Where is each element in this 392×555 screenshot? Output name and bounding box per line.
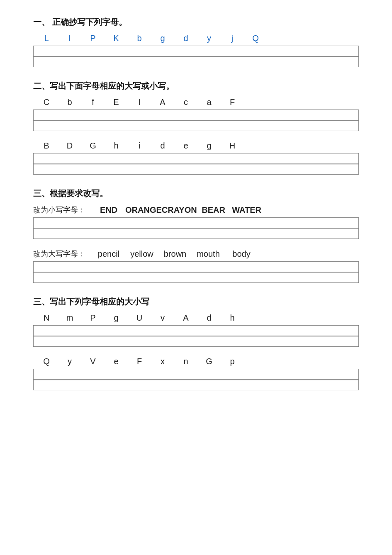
letter-H: H bbox=[221, 141, 244, 151]
section-4-sub-2: Q y V e F x n G p bbox=[33, 357, 359, 390]
word-WATER: WATER bbox=[230, 205, 263, 215]
letter-i: i bbox=[128, 141, 151, 151]
word-mouth: mouth bbox=[192, 249, 225, 259]
letter-K: K bbox=[105, 34, 128, 43]
label-row-lowercase: 改为小写字母： END ORANGE CRAYON BEAR WATER bbox=[33, 205, 359, 215]
letter-row-2-1: C b f E l A c a F bbox=[33, 97, 359, 107]
word-CRAYON: CRAYON bbox=[162, 205, 197, 215]
letter-y2: y bbox=[58, 357, 81, 366]
letter-Q2: Q bbox=[35, 357, 58, 366]
letter-a: a bbox=[197, 97, 221, 107]
section-3-sub-1: 改为小写字母： END ORANGE CRAYON BEAR WATER bbox=[33, 205, 359, 239]
word-ORANGE: ORANGE bbox=[125, 205, 162, 215]
letter-l: l bbox=[58, 34, 81, 43]
letter-c: c bbox=[174, 97, 197, 107]
letter-p: p bbox=[221, 357, 244, 366]
writing-lines-3-2[interactable] bbox=[33, 261, 359, 283]
writing-lines-3-1[interactable] bbox=[33, 217, 359, 239]
letter-d: d bbox=[151, 141, 174, 151]
letter-l2: l bbox=[128, 97, 151, 107]
letter-A: A bbox=[151, 97, 174, 107]
writing-lines-2-2[interactable] bbox=[33, 153, 359, 175]
letter-d: d bbox=[174, 34, 197, 43]
letter-g: g bbox=[151, 34, 174, 43]
page-container: 一、 正确抄写下列字母。 L l P K b g d y j Q 二、写出下面字… bbox=[33, 17, 359, 390]
section-4: 三、写出下列字母相应的大小写 N m P g U v A d h Q y V e bbox=[33, 296, 359, 390]
letter-n: n bbox=[174, 357, 197, 366]
letter-A2: A bbox=[174, 313, 197, 323]
section-3-sub-2: 改为大写字母： pencil yellow brown mouth body bbox=[33, 249, 359, 283]
letter-e: e bbox=[174, 141, 197, 151]
letter-b: b bbox=[128, 34, 151, 43]
section-2-sub-2: B D G h i d e g H bbox=[33, 141, 359, 175]
letter-B: B bbox=[35, 141, 58, 151]
letter-d2: d bbox=[197, 313, 221, 323]
word-END: END bbox=[92, 205, 125, 215]
letter-U: U bbox=[128, 313, 151, 323]
letter-D: D bbox=[58, 141, 81, 151]
letter-f: f bbox=[81, 97, 105, 107]
letter-F: F bbox=[221, 97, 244, 107]
letter-v: v bbox=[151, 313, 174, 323]
label-lowercase: 改为小写字母： bbox=[33, 205, 85, 215]
writing-lines-4-2[interactable] bbox=[33, 369, 359, 390]
letter-P: P bbox=[81, 34, 105, 43]
letter-G2: G bbox=[197, 357, 221, 366]
label-uppercase: 改为大写字母： bbox=[33, 249, 85, 259]
section-2: 二、写出下面字母相应的大写或小写。 C b f E l A c a F B D … bbox=[33, 80, 359, 175]
letter-row-4-2: Q y V e F x n G p bbox=[33, 357, 359, 366]
label-row-uppercase: 改为大写字母： pencil yellow brown mouth body bbox=[33, 249, 359, 259]
letter-row-4-1: N m P g U v A d h bbox=[33, 313, 359, 323]
letter-row-1: L l P K b g d y j Q bbox=[33, 34, 359, 43]
word-body: body bbox=[225, 249, 258, 259]
section-1: 一、 正确抄写下列字母。 L l P K b g d y j Q bbox=[33, 17, 359, 67]
letter-V: V bbox=[81, 357, 105, 366]
writing-lines-2-1[interactable] bbox=[33, 110, 359, 131]
letter-g2: g bbox=[197, 141, 221, 151]
letter-m: m bbox=[58, 313, 81, 323]
letter-G: G bbox=[81, 141, 105, 151]
letter-j: j bbox=[221, 34, 244, 43]
section-2-sub-1: C b f E l A c a F bbox=[33, 97, 359, 131]
letter-N: N bbox=[35, 313, 58, 323]
letter-b2: b bbox=[58, 97, 81, 107]
section-3: 三、根据要求改写。 改为小写字母： END ORANGE CRAYON BEAR… bbox=[33, 188, 359, 283]
letter-x: x bbox=[151, 357, 174, 366]
letter-h2: h bbox=[221, 313, 244, 323]
letter-y: y bbox=[197, 34, 221, 43]
letter-C: C bbox=[35, 97, 58, 107]
section-1-title: 一、 正确抄写下列字母。 bbox=[33, 17, 359, 28]
word-pencil: pencil bbox=[92, 249, 125, 259]
section-1-sub-1: L l P K b g d y j Q bbox=[33, 34, 359, 67]
letter-P2: P bbox=[81, 313, 105, 323]
word-yellow: yellow bbox=[125, 249, 158, 259]
letter-E: E bbox=[105, 97, 128, 107]
letter-e2: e bbox=[105, 357, 128, 366]
word-brown: brown bbox=[158, 249, 192, 259]
letter-F2: F bbox=[128, 357, 151, 366]
writing-lines-4-1[interactable] bbox=[33, 325, 359, 347]
letter-L: L bbox=[35, 34, 58, 43]
section-4-sub-1: N m P g U v A d h bbox=[33, 313, 359, 347]
letter-g3: g bbox=[105, 313, 128, 323]
letter-h: h bbox=[105, 141, 128, 151]
letter-Q: Q bbox=[244, 34, 267, 43]
letter-row-2-2: B D G h i d e g H bbox=[33, 141, 359, 151]
writing-lines-1-1[interactable] bbox=[33, 46, 359, 67]
section-2-title: 二、写出下面字母相应的大写或小写。 bbox=[33, 80, 359, 92]
word-BEAR: BEAR bbox=[197, 205, 230, 215]
section-3-title: 三、根据要求改写。 bbox=[33, 188, 359, 199]
section-4-title: 三、写出下列字母相应的大小写 bbox=[33, 296, 359, 307]
